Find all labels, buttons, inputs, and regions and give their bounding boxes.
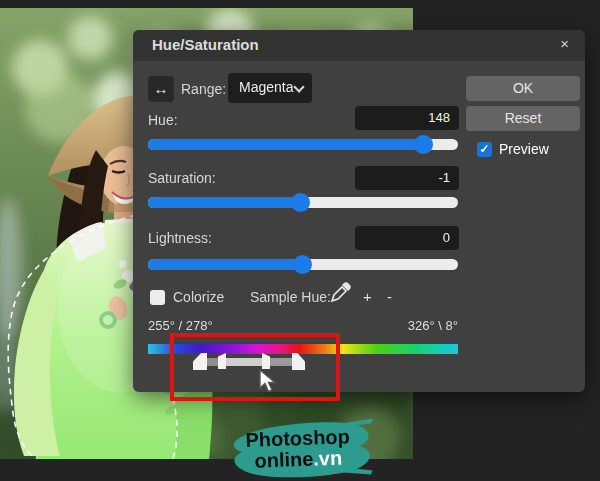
subtract-sample-button[interactable]: - <box>387 288 392 305</box>
eyedropper-icon[interactable] <box>330 281 352 303</box>
preview-label: Preview <box>499 141 549 157</box>
range-degrees-right: 326° \ 8° <box>408 318 458 333</box>
watermark-line2-light: .vn <box>313 447 343 470</box>
app-canvas: Hue/Saturation × ↔ Range: Magenta OK Hue… <box>0 0 600 481</box>
lightness-input[interactable]: 0 <box>355 226 459 250</box>
watermark-line2-dark: online <box>254 448 314 472</box>
hue-input[interactable]: 148 <box>355 106 459 130</box>
lightness-slider-fill <box>148 259 303 270</box>
lightness-slider[interactable] <box>148 259 458 270</box>
left-right-arrow-icon: ↔ <box>154 80 169 97</box>
reset-button[interactable]: Reset <box>466 106 580 131</box>
colorize-checkbox[interactable] <box>150 290 165 305</box>
hue-slider[interactable] <box>148 139 458 150</box>
sample-hue-label: Sample Hue: <box>250 289 331 305</box>
check-icon: ✓ <box>479 142 489 156</box>
close-icon[interactable]: × <box>556 35 573 52</box>
mouse-cursor-icon <box>258 369 280 399</box>
dialog-title: Hue/Saturation <box>152 36 259 53</box>
highlight-rectangle <box>170 333 340 401</box>
ok-button[interactable]: OK <box>466 76 580 101</box>
hue-slider-thumb[interactable] <box>414 135 433 154</box>
swap-range-button[interactable]: ↔ <box>148 76 174 102</box>
hue-slider-fill <box>148 139 424 150</box>
svg-text:online.vn: online.vn <box>254 447 343 472</box>
saturation-slider-thumb[interactable] <box>291 193 310 212</box>
add-sample-button[interactable]: + <box>363 288 372 305</box>
saturation-slider[interactable] <box>148 197 458 208</box>
saturation-label: Saturation: <box>148 170 216 186</box>
watermark: Photoshop online.vn <box>222 417 380 481</box>
hue-label: Hue: <box>148 112 178 128</box>
saturation-slider-fill <box>148 197 301 208</box>
range-degrees-left: 255° / 278° <box>148 318 213 333</box>
lightness-slider-thumb[interactable] <box>293 255 312 274</box>
range-value: Magenta <box>239 79 293 95</box>
preview-checkbox[interactable]: ✓ <box>477 142 492 157</box>
dialog-titlebar[interactable]: Hue/Saturation × <box>133 30 585 61</box>
saturation-input[interactable]: -1 <box>355 166 459 190</box>
lightness-label: Lightness: <box>148 230 212 246</box>
range-label: Range: <box>181 81 226 97</box>
colorize-label: Colorize <box>173 289 224 305</box>
chevron-down-icon <box>293 81 304 92</box>
range-select[interactable]: Magenta <box>228 73 312 103</box>
